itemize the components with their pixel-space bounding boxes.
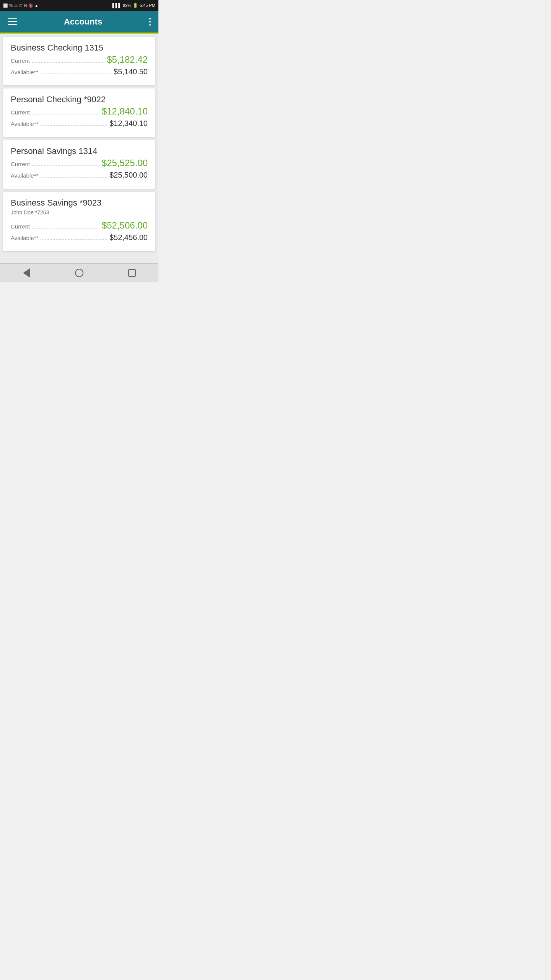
wifi-icon: ▲ bbox=[34, 3, 38, 8]
dots-separator bbox=[32, 228, 99, 229]
bluetooth-icon: ⬡ bbox=[19, 3, 23, 8]
home-button[interactable] bbox=[72, 266, 86, 280]
current-amount: $25,525.00 bbox=[102, 158, 148, 168]
current-amount: $12,840.10 bbox=[102, 106, 148, 117]
dots-separator bbox=[41, 177, 107, 178]
dots-separator bbox=[41, 239, 107, 240]
available-balance-row: Available** $25,500.00 bbox=[11, 171, 148, 180]
available-label: Available** bbox=[11, 121, 38, 127]
page-title: Accounts bbox=[64, 17, 102, 27]
nfc-icon: N bbox=[24, 3, 27, 8]
status-bar: ⬜ % ⚠ ⬡ N 🔇 ▲ ▌▌▌ 92% 🔋 5:45 PM bbox=[0, 0, 158, 11]
current-amount: $5,182.42 bbox=[107, 54, 148, 65]
account-card-personal-checking[interactable]: Personal Checking *9022 Current $12,840.… bbox=[3, 88, 155, 137]
current-label: Current bbox=[11, 161, 30, 167]
available-balance-row: Available** $12,340.10 bbox=[11, 119, 148, 128]
account-name: Business Checking 1315 bbox=[11, 43, 148, 53]
battery-percent: 92% bbox=[123, 3, 131, 8]
account-name: Personal Checking *9022 bbox=[11, 95, 148, 105]
account-name: Personal Savings 1314 bbox=[11, 146, 148, 156]
dots-separator bbox=[32, 62, 104, 63]
available-balance-row: Available** $5,140.50 bbox=[11, 67, 148, 76]
dots-separator bbox=[41, 74, 111, 74]
available-amount: $12,340.10 bbox=[109, 119, 148, 128]
current-amount: $52,506.00 bbox=[102, 220, 148, 231]
current-label: Current bbox=[11, 57, 30, 64]
more-options-button[interactable] bbox=[148, 16, 152, 27]
signal-bars: ▌▌▌ bbox=[112, 3, 121, 8]
status-right: ▌▌▌ 92% 🔋 5:45 PM bbox=[112, 3, 155, 8]
battery-icon: 🔋 bbox=[133, 3, 138, 8]
time: 5:45 PM bbox=[140, 3, 155, 8]
home-icon bbox=[75, 269, 83, 277]
current-balance-row: Current $12,840.10 bbox=[11, 106, 148, 117]
account-card-business-savings[interactable]: Business Savings *9023 John Doe *7263 Cu… bbox=[3, 192, 155, 251]
menu-button[interactable] bbox=[6, 17, 18, 27]
back-icon bbox=[23, 268, 30, 278]
notifications-icon: ⬜ bbox=[3, 3, 8, 8]
available-amount: $25,500.00 bbox=[109, 171, 148, 180]
back-button[interactable] bbox=[20, 266, 33, 280]
mute-icon: 🔇 bbox=[28, 3, 33, 8]
current-balance-row: Current $25,525.00 bbox=[11, 158, 148, 168]
account-card-business-checking[interactable]: Business Checking 1315 Current $5,182.42… bbox=[3, 37, 155, 85]
current-label: Current bbox=[11, 223, 30, 230]
accounts-list: Business Checking 1315 Current $5,182.42… bbox=[0, 34, 158, 263]
dots-separator bbox=[32, 165, 99, 166]
app-bar: Accounts bbox=[0, 11, 158, 34]
available-amount: $5,140.50 bbox=[114, 67, 148, 76]
current-balance-row: Current $5,182.42 bbox=[11, 54, 148, 65]
dots-separator bbox=[41, 125, 107, 126]
available-label: Available** bbox=[11, 235, 38, 241]
recents-button[interactable] bbox=[125, 266, 139, 280]
available-label: Available** bbox=[11, 172, 38, 179]
recents-icon bbox=[128, 269, 136, 277]
account-card-personal-savings[interactable]: Personal Savings 1314 Current $25,525.00… bbox=[3, 140, 155, 189]
current-balance-row: Current $52,506.00 bbox=[11, 220, 148, 231]
percent-icon: % bbox=[9, 3, 13, 8]
account-subtitle: John Doe *7263 bbox=[11, 209, 148, 216]
alert-icon: ⚠ bbox=[14, 3, 18, 8]
available-label: Available** bbox=[11, 69, 38, 75]
dots-separator bbox=[32, 114, 99, 114]
current-label: Current bbox=[11, 109, 30, 116]
available-amount: $52,456.00 bbox=[109, 233, 148, 242]
bottom-nav bbox=[0, 263, 158, 282]
status-left: ⬜ % ⚠ ⬡ N 🔇 ▲ bbox=[3, 3, 38, 8]
available-balance-row: Available** $52,456.00 bbox=[11, 233, 148, 242]
account-name: Business Savings *9023 bbox=[11, 198, 148, 208]
